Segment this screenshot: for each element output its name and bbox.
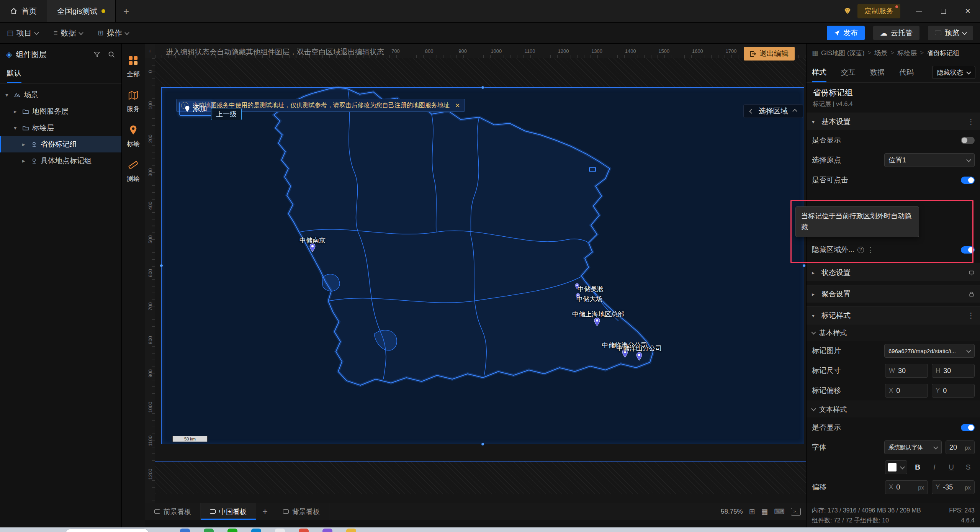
minimize-button[interactable]: [906, 0, 931, 22]
tree-item[interactable]: ▾场景: [0, 87, 121, 103]
component-count-status: 组件数: 72 / 72 子组件数: 10: [812, 517, 889, 525]
text-offset-x-input[interactable]: X 0 px: [885, 480, 928, 494]
bold-button[interactable]: B: [911, 461, 924, 474]
tree-item[interactable]: ▸地图服务层: [0, 103, 121, 119]
exit-edit-button[interactable]: 退出编辑: [744, 47, 795, 61]
breadcrumb-item[interactable]: GIS地图 (深蓝): [821, 49, 864, 57]
filter-icon[interactable]: [93, 51, 101, 58]
breadcrumb-item[interactable]: 场景: [874, 49, 887, 57]
maximize-button[interactable]: [931, 0, 955, 22]
marker-offset-x-input[interactable]: X 0: [885, 384, 928, 398]
tree-expand-arrow[interactable]: ▸: [14, 108, 19, 115]
new-tab-button[interactable]: +: [116, 0, 137, 22]
board-tab[interactable]: 中国看板: [201, 503, 256, 520]
kebab-menu-icon[interactable]: ⋮: [967, 311, 975, 320]
taskbar-app-icon[interactable]: [299, 529, 309, 532]
editor-canvas[interactable]: ! 当前地图服务中使用的是测试地址，仅供测试参考，请双击后修改为您自己注册的地图…: [145, 44, 806, 503]
strip-item-grid[interactable]: 全部: [127, 55, 140, 79]
text-offset-y-input[interactable]: Y -35 px: [932, 480, 975, 494]
marker-width-input[interactable]: W 30: [885, 364, 928, 378]
close-button[interactable]: ✕: [955, 0, 980, 22]
section-basic-settings[interactable]: ▾ 基本设置 ⋮: [807, 113, 980, 130]
show-toggle[interactable]: [961, 137, 975, 144]
zoom-level[interactable]: 58.75%: [721, 508, 743, 516]
font-color-picker[interactable]: [885, 460, 907, 474]
custom-service-button[interactable]: 定制服务: [857, 4, 900, 18]
tree-expand-arrow[interactable]: ▸: [22, 157, 28, 164]
tree-expand-arrow[interactable]: ▾: [14, 124, 19, 131]
resize-handle-right[interactable]: [802, 264, 806, 267]
taskbar-app-icons: [180, 529, 356, 532]
tab-default[interactable]: 默认: [7, 68, 21, 83]
grid-icon[interactable]: ▦: [761, 507, 768, 516]
section-aggregate-settings[interactable]: ▸ 聚合设置: [807, 285, 980, 303]
os-taskbar[interactable]: [0, 527, 980, 532]
taskbar-app-icon[interactable]: [275, 529, 285, 532]
section-state-settings[interactable]: ▸ 状态设置: [807, 264, 980, 281]
marker-offset-y-input[interactable]: Y 0: [932, 384, 975, 398]
kebab-menu-icon[interactable]: ⋮: [967, 117, 975, 126]
row-marker-size: 标记尺寸 W 30 H 30: [807, 361, 980, 381]
origin-select[interactable]: 位置1: [884, 153, 975, 167]
cloud-hosting-button[interactable]: ☁ 云托管: [873, 26, 919, 40]
taskbar-app-icon[interactable]: [346, 529, 356, 532]
taskbar-app-icon[interactable]: [251, 529, 261, 532]
tab-document[interactable]: 全国gis测试: [47, 0, 116, 22]
app-window: 首页 全国gis测试 + 定制服务 ✕ ▤ 项目 ≡ 数据: [0, 0, 980, 527]
tabs-group: 样式交互数据代码: [812, 62, 914, 82]
taskbar-app-icon[interactable]: [227, 529, 237, 532]
menu-data[interactable]: ≡ 数据: [54, 28, 83, 38]
tree-item[interactable]: ▾标绘层: [0, 119, 121, 136]
strip-item-map[interactable]: 服务: [127, 90, 140, 113]
breadcrumb-item[interactable]: 省份标记组: [927, 49, 959, 57]
memory-status: 内存: 173 / 3916 / 4096 MB 36 / 209 MB: [812, 507, 921, 515]
tree-expand-arrow[interactable]: ▸: [22, 141, 28, 148]
map-pin[interactable]: [594, 317, 600, 328]
properties-tab-代码[interactable]: 代码: [899, 62, 914, 82]
map-pin[interactable]: [636, 352, 643, 362]
italic-button[interactable]: I: [928, 461, 941, 474]
state-icon[interactable]: [969, 270, 975, 276]
resize-handle-top[interactable]: [481, 86, 484, 89]
subsection-text-style[interactable]: 文本样式: [807, 401, 980, 417]
font-select[interactable]: 系统默认字体: [884, 440, 942, 454]
keyboard-icon[interactable]: ⌨: [774, 507, 785, 516]
tree-item[interactable]: ▸具体地点标记组: [0, 152, 121, 169]
board-tab[interactable]: 前景看板: [145, 503, 201, 520]
board-tab[interactable]: 背景看板: [274, 503, 329, 520]
search-icon[interactable]: [108, 51, 115, 58]
section-marker-style[interactable]: ▾ 标记样式 ⋮: [807, 306, 980, 324]
marker-height-input[interactable]: H 30: [932, 364, 975, 378]
preview-button[interactable]: 预览: [928, 26, 973, 40]
tree-item[interactable]: ▸省份标记组: [0, 136, 121, 152]
menu-operations[interactable]: ⊞ 操作: [98, 28, 129, 38]
clickable-toggle[interactable]: [961, 177, 975, 184]
menu-project[interactable]: ▤ 项目: [7, 28, 38, 38]
console-icon[interactable]: >_: [791, 508, 801, 516]
strikethrough-button[interactable]: S: [962, 461, 975, 474]
properties-tab-数据[interactable]: 数据: [870, 62, 885, 82]
add-board-button[interactable]: +: [256, 503, 274, 520]
breadcrumb-item[interactable]: 标绘层: [897, 49, 917, 57]
fit-screen-icon[interactable]: ⊞: [749, 507, 755, 516]
tree-expand-arrow[interactable]: ▾: [5, 92, 11, 98]
properties-tab-交互[interactable]: 交互: [841, 62, 856, 82]
publish-button[interactable]: 发布: [827, 26, 865, 40]
state-dropdown[interactable]: 隐藏状态: [932, 66, 975, 79]
resize-handle-bottom[interactable]: [481, 442, 484, 446]
gift-icon[interactable]: [838, 0, 857, 22]
underline-button[interactable]: U: [945, 461, 958, 474]
strip-item-measure[interactable]: 测绘: [127, 160, 140, 183]
taskbar-app-icon[interactable]: [322, 529, 332, 532]
taskbar-app-icon[interactable]: [204, 529, 214, 532]
strip-item-pin[interactable]: 标绘: [127, 125, 140, 148]
taskbar-app-icon[interactable]: [180, 529, 190, 532]
resize-handle-left[interactable]: [160, 264, 163, 267]
properties-tab-样式[interactable]: 样式: [812, 62, 826, 82]
taskbar-search-input[interactable]: [65, 529, 149, 532]
font-size-input[interactable]: 20 px: [946, 440, 975, 454]
marker-image-select[interactable]: 696a6278/map2d/static/i...: [884, 344, 975, 358]
text-show-toggle[interactable]: [961, 424, 975, 431]
tab-home[interactable]: 首页: [0, 0, 47, 22]
subsection-basic-style[interactable]: 基本样式: [807, 324, 980, 341]
